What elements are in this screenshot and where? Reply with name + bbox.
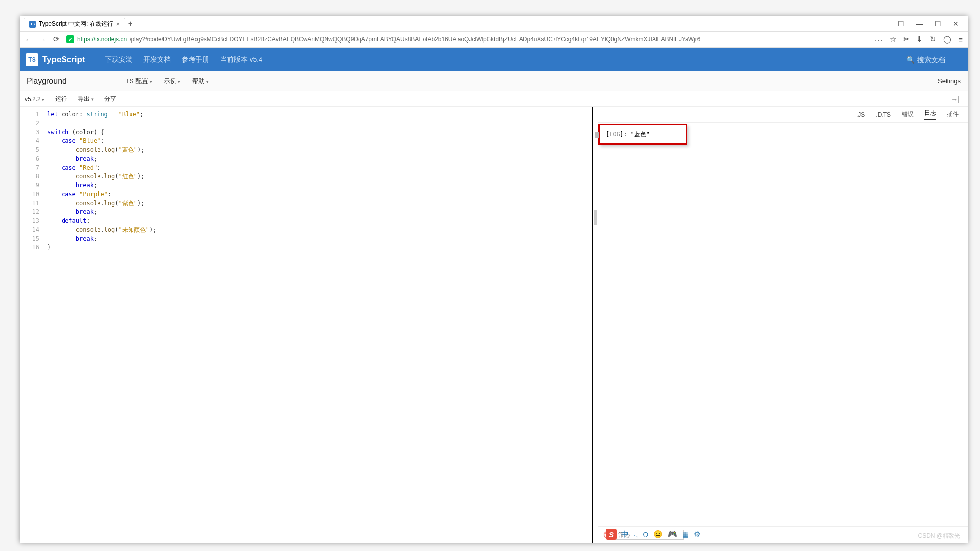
output-panel: .JS .D.TS 错误 日志 插件 [LOG]: "蓝色" 🚫	[598, 107, 968, 543]
log-area: [LOG]: "蓝色"	[598, 123, 968, 526]
ime-qr-icon[interactable]: ▦	[682, 530, 689, 539]
tab-log[interactable]: 日志	[924, 109, 936, 120]
ime-lang[interactable]: 中	[621, 530, 629, 539]
url-domain: https://ts.nodejs.cn	[77, 36, 127, 43]
subnav: Playground TS 配置 示例 帮助 Settings	[20, 71, 968, 91]
brand[interactable]: TS TypeScript	[26, 53, 85, 66]
tab-dts[interactable]: .D.TS	[876, 111, 891, 118]
output-tabs: .JS .D.TS 错误 日志 插件	[598, 107, 968, 123]
search-box[interactable]: 🔍	[906, 56, 962, 64]
search-icon: 🔍	[906, 56, 915, 64]
nav-reference[interactable]: 参考手册	[182, 55, 209, 64]
popup-icon[interactable]: ☐	[898, 20, 904, 28]
reload-icon[interactable]: ⟳	[53, 35, 60, 44]
url-field[interactable]: ✔ https://ts.nodejs.cn/play?#code/DYUwLg…	[66, 35, 867, 43]
log-label: LOG	[609, 131, 620, 138]
nav-docs[interactable]: 开发文档	[143, 55, 171, 64]
tab-errors[interactable]: 错误	[902, 110, 914, 119]
scissors-icon[interactable]: ✂	[903, 35, 910, 44]
watermark: CSDN @精致光	[918, 532, 960, 540]
search-input[interactable]	[917, 56, 962, 64]
close-tab-icon[interactable]: ×	[116, 21, 120, 28]
collapse-editor-icon[interactable]: →|	[951, 95, 963, 103]
shield-icon: ✔	[66, 35, 74, 43]
tab-plugins[interactable]: 插件	[947, 110, 959, 119]
tab-js[interactable]: .JS	[856, 111, 865, 118]
menu-help[interactable]: 帮助	[192, 77, 209, 86]
menu-ts-config[interactable]: TS 配置	[126, 77, 152, 86]
share-button[interactable]: 分享	[104, 95, 116, 103]
nav-download[interactable]: 下载安装	[105, 55, 132, 64]
maximize-icon[interactable]: ☐	[935, 20, 941, 28]
ime-logo-icon: S	[606, 529, 617, 540]
site-topnav: TS TypeScript 下载安装 开发文档 参考手册 当前版本 v5.4 🔍	[20, 48, 968, 71]
settings-link[interactable]: Settings	[938, 77, 961, 85]
nav-forward-icon[interactable]: →	[39, 35, 46, 44]
brand-label: TypeScript	[42, 55, 85, 65]
menu-examples[interactable]: 示例	[164, 77, 181, 86]
download-icon[interactable]: ⬇	[916, 35, 923, 44]
log-value: "蓝色"	[631, 131, 650, 138]
ime-game-icon[interactable]: 🎮	[668, 530, 677, 539]
workspace: 12345678910111213141516 let color: strin…	[20, 107, 968, 543]
line-gutter: 12345678910111213141516	[20, 107, 44, 543]
log-handle-icon	[595, 132, 599, 138]
ime-emoji-icon[interactable]: 😐	[653, 530, 663, 539]
logo-icon: TS	[26, 53, 38, 66]
new-tab-button[interactable]: +	[128, 19, 132, 28]
page-title: Playground	[27, 77, 66, 86]
export-button[interactable]: 导出	[78, 95, 94, 103]
run-button[interactable]: 运行	[55, 95, 67, 103]
favicon: TS	[29, 21, 36, 28]
tab-title: TypeScript 中文网: 在线运行	[39, 20, 113, 28]
ime-punct-icon[interactable]: ·,	[634, 530, 638, 539]
code-content[interactable]: let color: string = "Blue"; switch (colo…	[44, 107, 592, 543]
ime-toolbar[interactable]: S 中 ·, Ω 😐 🎮 ▦ ⚙	[606, 529, 700, 540]
drag-handle-icon[interactable]	[594, 210, 597, 225]
bookmark-star-icon[interactable]: ☆	[890, 35, 896, 44]
browser-titlebar: TS TypeScript 中文网: 在线运行 × + ☐ — ☐ ✕	[20, 16, 968, 31]
address-bar: ← → ⟳ ✔ https://ts.nodejs.cn/play?#code/…	[20, 31, 968, 48]
nav-version[interactable]: 当前版本 v5.4	[220, 55, 262, 64]
minimize-icon[interactable]: —	[916, 20, 923, 28]
close-window-icon[interactable]: ✕	[953, 20, 959, 28]
pane-divider[interactable]	[592, 107, 598, 543]
refresh-alt-icon[interactable]: ↻	[930, 35, 936, 44]
log-highlight-box: [LOG]: "蓝色"	[598, 124, 687, 145]
nav-back-icon[interactable]: ←	[25, 35, 32, 44]
hamburger-menu-icon[interactable]: ≡	[958, 35, 963, 44]
ime-gear-icon[interactable]: ⚙	[694, 530, 700, 539]
circle-icon[interactable]: ◯	[943, 35, 951, 44]
ime-headset-icon[interactable]: Ω	[643, 530, 648, 539]
version-selector[interactable]: v5.2.2	[25, 96, 44, 103]
editor-toolbar: v5.2.2 运行 导出 分享 →|	[20, 91, 968, 107]
code-editor[interactable]: 12345678910111213141516 let color: strin…	[20, 107, 592, 543]
url-path: /play?#code/DYUwLgBAxg9sMCcBcEDOYEEsB2Bz…	[130, 36, 700, 43]
window-buttons: ☐ — ☐ ✕	[898, 20, 968, 28]
browser-tab[interactable]: TS TypeScript 中文网: 在线运行 ×	[24, 18, 125, 30]
overflow-menu-icon[interactable]: ···	[874, 35, 883, 44]
